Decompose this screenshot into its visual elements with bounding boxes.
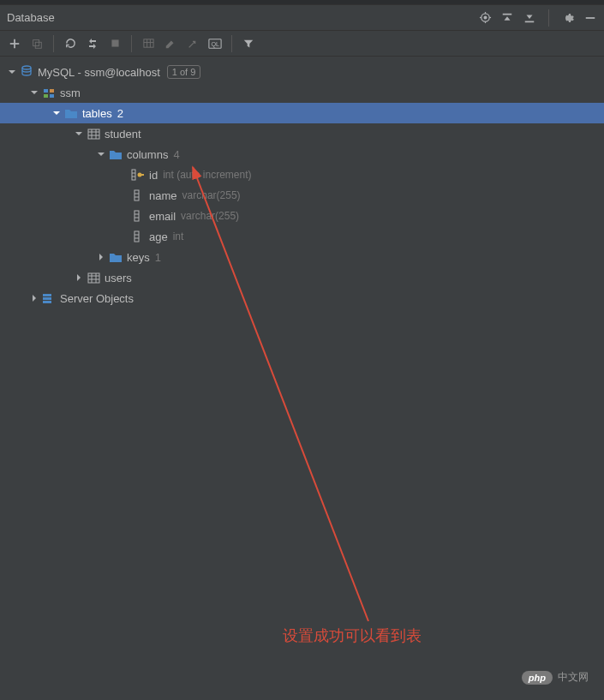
svg-rect-29 xyxy=(132,170,135,180)
column-name-label: name xyxy=(149,189,177,202)
svg-rect-12 xyxy=(35,42,41,48)
filter-icon[interactable] xyxy=(239,34,258,53)
column-icon xyxy=(130,210,146,222)
svg-rect-43 xyxy=(88,273,99,283)
columns-group-count: 4 xyxy=(173,148,179,161)
svg-rect-8 xyxy=(586,17,595,19)
svg-rect-50 xyxy=(43,301,51,303)
svg-rect-34 xyxy=(135,190,139,200)
chevron-right-icon[interactable] xyxy=(94,253,108,261)
svg-point-32 xyxy=(138,173,142,177)
schema-icon xyxy=(41,86,57,99)
expand-icon[interactable] xyxy=(500,11,514,25)
stop-icon xyxy=(105,34,124,53)
toolbar: QL xyxy=(0,31,604,57)
tables-group-node[interactable]: tables 2 xyxy=(0,103,604,123)
svg-rect-6 xyxy=(503,13,512,15)
svg-rect-20 xyxy=(44,89,48,93)
server-objects-node[interactable]: Server Objects xyxy=(0,288,604,308)
edit-icon xyxy=(161,34,180,53)
svg-rect-21 xyxy=(50,89,54,93)
schema-node[interactable]: ssm xyxy=(0,82,604,103)
watermark-badge: php xyxy=(522,671,553,685)
duplicate-icon xyxy=(27,34,46,53)
add-icon[interactable] xyxy=(5,34,24,53)
table-icon xyxy=(86,129,101,140)
sync-arrows-icon[interactable] xyxy=(83,34,102,53)
svg-text:QL: QL xyxy=(212,40,220,47)
chevron-down-icon[interactable] xyxy=(5,68,19,76)
datasource-badge: 1 of 9 xyxy=(167,65,201,79)
watermark: php 中文网 xyxy=(522,670,589,685)
schema-label: ssm xyxy=(60,87,81,99)
chevron-down-icon[interactable] xyxy=(72,129,86,138)
datasource-icon xyxy=(19,65,34,79)
folder-icon xyxy=(108,148,123,160)
chevron-down-icon[interactable] xyxy=(50,109,63,117)
server-objects-icon xyxy=(41,292,57,304)
chevron-right-icon[interactable] xyxy=(72,273,86,282)
column-icon xyxy=(130,230,146,242)
column-age-node[interactable]: age int xyxy=(0,226,604,247)
panel-header: Database xyxy=(0,5,604,31)
svg-rect-11 xyxy=(33,39,39,45)
annotation-text: 设置成功可以看到表 xyxy=(283,625,422,646)
column-age-meta: int xyxy=(173,230,184,242)
chevron-down-icon[interactable] xyxy=(94,150,108,159)
column-name-node[interactable]: name varchar(255) xyxy=(0,185,604,206)
svg-rect-13 xyxy=(111,39,118,46)
table-users-label: users xyxy=(105,272,132,284)
svg-rect-24 xyxy=(88,129,99,139)
tables-group-label: tables xyxy=(82,107,112,120)
target-icon[interactable] xyxy=(478,11,492,25)
panel-title: Database xyxy=(7,11,55,24)
column-icon xyxy=(130,189,146,201)
svg-rect-37 xyxy=(135,211,139,221)
svg-rect-14 xyxy=(143,39,152,47)
tables-group-count: 2 xyxy=(117,107,123,120)
svg-rect-23 xyxy=(50,94,54,98)
svg-point-1 xyxy=(484,16,487,19)
keys-group-node[interactable]: keys 1 xyxy=(0,247,604,267)
svg-rect-40 xyxy=(135,231,139,242)
svg-rect-33 xyxy=(141,174,144,176)
table-icon xyxy=(86,272,101,284)
column-email-label: email xyxy=(149,210,176,223)
datasource-node[interactable]: MySQL - ssm@localhost 1 of 9 xyxy=(0,62,604,82)
column-name-meta: varchar(255) xyxy=(182,189,241,201)
collapse-icon[interactable] xyxy=(523,11,536,25)
gear-icon[interactable] xyxy=(561,11,575,25)
svg-rect-48 xyxy=(43,294,51,296)
server-objects-label: Server Objects xyxy=(60,292,134,305)
jump-to-icon xyxy=(183,34,202,53)
column-id-label: id xyxy=(149,169,158,182)
columns-group-label: columns xyxy=(127,148,168,161)
folder-icon xyxy=(108,251,123,263)
watermark-text: 中文网 xyxy=(558,670,589,685)
console-icon[interactable]: QL xyxy=(206,34,224,53)
svg-rect-10 xyxy=(10,43,20,45)
column-id-meta: int (auto increment) xyxy=(163,169,251,181)
minimize-icon[interactable] xyxy=(583,11,597,25)
refresh-icon[interactable] xyxy=(61,34,80,53)
svg-rect-49 xyxy=(43,297,51,300)
table-student-node[interactable]: student xyxy=(0,123,604,144)
svg-rect-7 xyxy=(525,21,535,22)
folder-icon xyxy=(63,107,79,119)
table-student-label: student xyxy=(105,128,141,141)
svg-rect-22 xyxy=(44,94,48,98)
chevron-right-icon[interactable] xyxy=(27,294,41,302)
columns-group-node[interactable]: columns 4 xyxy=(0,144,604,165)
table-view-icon xyxy=(139,34,158,53)
chevron-down-icon[interactable] xyxy=(27,88,41,97)
keys-group-label: keys xyxy=(127,251,150,264)
datasource-label: MySQL - ssm@localhost xyxy=(38,66,160,79)
keys-group-count: 1 xyxy=(155,251,161,264)
key-column-icon xyxy=(130,169,146,181)
column-email-meta: varchar(255) xyxy=(181,210,239,222)
table-users-node[interactable]: users xyxy=(0,267,604,288)
column-id-node[interactable]: id int (auto increment) xyxy=(0,165,604,185)
column-age-label: age xyxy=(149,230,168,243)
column-email-node[interactable]: email varchar(255) xyxy=(0,206,604,226)
header-icons xyxy=(478,9,597,27)
